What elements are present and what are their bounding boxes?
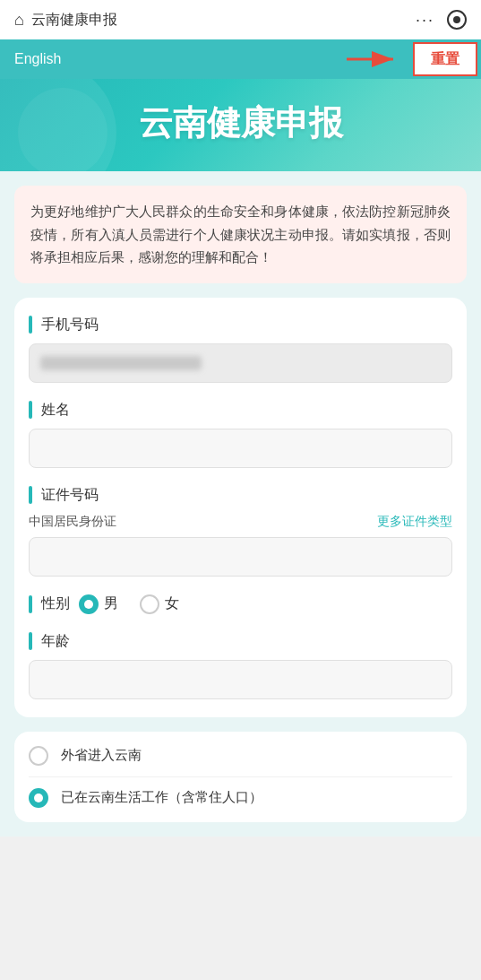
gender-male-radio-inner: [84, 600, 93, 609]
gender-label-row: 性别 男 女: [29, 594, 452, 614]
origin-option-resident[interactable]: 已在云南生活工作（含常住人口）: [29, 777, 452, 808]
phone-accent: [29, 316, 32, 334]
notice-text: 为更好地维护广大人民群众的生命安全和身体健康，依法防控新冠肺炎疫情，所有入滇人员…: [30, 200, 451, 269]
phone-blurred-value: [40, 356, 202, 370]
age-accent: [29, 632, 32, 650]
origin-outside-label: 外省进入云南: [61, 747, 142, 764]
origin-outside-radio[interactable]: [29, 746, 48, 766]
arrow-indicator: [347, 50, 400, 68]
header-banner: 云南健康申报: [0, 79, 481, 171]
reset-button[interactable]: 重置: [413, 42, 477, 76]
status-bar: ⌂ 云南健康申报 ···: [0, 0, 481, 39]
phone-label-row: 手机号码: [29, 316, 452, 334]
main-content: 为更好地维护广大人民群众的生命安全和身体健康，依法防控新冠肺炎疫情，所有入滇人员…: [0, 171, 481, 837]
gender-male-label: 男: [104, 594, 118, 613]
home-icon[interactable]: ⌂: [14, 11, 24, 30]
origin-option-outside[interactable]: 外省进入云南: [29, 746, 452, 777]
cert-more-link[interactable]: 更多证件类型: [377, 514, 452, 530]
age-field: 年龄: [29, 632, 452, 699]
notice-card: 为更好地维护广大人民群众的生命安全和身体健康，依法防控新冠肺炎疫情，所有入滇人员…: [14, 186, 467, 283]
gender-female-option[interactable]: 女: [140, 594, 179, 614]
cert-label: 证件号码: [41, 486, 99, 505]
age-label-row: 年龄: [29, 632, 452, 651]
more-options-icon[interactable]: ···: [416, 11, 434, 30]
form-card: 手机号码 姓名 证件号码 中国居民身份证 更多证件类型: [14, 298, 467, 717]
gender-label: 性别: [41, 594, 70, 613]
record-dot: [453, 16, 460, 23]
origin-options-card: 外省进入云南 已在云南生活工作（含常住人口）: [14, 732, 467, 822]
gender-male-radio[interactable]: [79, 594, 99, 614]
name-label-row: 姓名: [29, 401, 452, 420]
cert-field: 证件号码 中国居民身份证 更多证件类型: [29, 486, 452, 577]
origin-resident-label: 已在云南生活工作（含常住人口）: [61, 789, 262, 806]
cert-type-label: 中国居民身份证: [29, 514, 116, 530]
name-accent: [29, 401, 32, 419]
name-label: 姓名: [41, 401, 70, 420]
origin-resident-radio[interactable]: [29, 788, 48, 808]
origin-resident-radio-inner: [34, 794, 43, 802]
banner-title: 云南健康申报: [14, 100, 467, 146]
cert-type-row: 中国居民身份证 更多证件类型: [29, 514, 452, 530]
age-label: 年龄: [41, 632, 70, 651]
gender-field: 性别 男 女: [29, 594, 452, 614]
name-field: 姓名: [29, 401, 452, 468]
cert-label-row: 证件号码: [29, 486, 452, 505]
status-bar-right: ···: [416, 10, 467, 30]
record-button[interactable]: [447, 10, 467, 30]
action-bar: English 重置: [0, 39, 481, 79]
gender-accent: [29, 595, 32, 613]
gender-male-option[interactable]: 男: [79, 594, 118, 614]
status-bar-left: ⌂ 云南健康申报: [14, 11, 117, 30]
name-input[interactable]: [29, 429, 452, 468]
cert-accent: [29, 486, 32, 504]
phone-field: 手机号码: [29, 316, 452, 383]
age-input[interactable]: [29, 660, 452, 699]
phone-input[interactable]: [29, 343, 452, 383]
gender-female-radio[interactable]: [140, 594, 159, 614]
gender-female-label: 女: [165, 594, 179, 613]
language-button[interactable]: English: [0, 39, 75, 79]
cert-input[interactable]: [29, 537, 452, 577]
page-title: 云南健康申报: [31, 11, 117, 30]
gender-options: 男 女: [79, 594, 179, 614]
phone-label: 手机号码: [41, 316, 99, 334]
